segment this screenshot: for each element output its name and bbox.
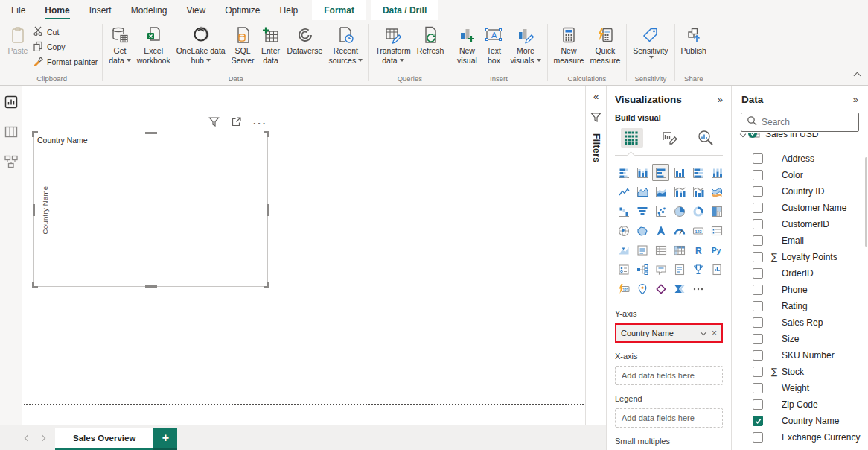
field-row[interactable]: Size: [732, 331, 868, 347]
page-tab-sales-overview[interactable]: Sales Overview: [55, 428, 153, 450]
smart-narrative-icon[interactable]: [671, 261, 688, 278]
search-box[interactable]: [741, 112, 859, 132]
paginated-report-icon[interactable]: [708, 261, 725, 278]
report-view-icon[interactable]: [4, 95, 19, 112]
field-row[interactable]: Rating: [732, 298, 868, 314]
field-checkbox[interactable]: [753, 285, 763, 295]
resize-handle[interactable]: [267, 204, 269, 216]
field-row[interactable]: Phone: [732, 282, 868, 298]
scatter-chart-icon[interactable]: [652, 203, 669, 220]
ribbon-chart-icon[interactable]: [708, 183, 725, 200]
report-canvas[interactable]: ··· Country Name Country Name: [22, 86, 585, 425]
card-icon[interactable]: 123: [689, 222, 706, 239]
menu-item-view[interactable]: View: [176, 0, 215, 20]
visual-filter-icon[interactable]: [208, 116, 220, 130]
x-axis-drop-zone[interactable]: Add data fields here: [615, 366, 723, 385]
qa-icon[interactable]: [652, 261, 669, 278]
field-checkbox[interactable]: [753, 219, 763, 229]
y-axis-field-chip[interactable]: Country Name ×: [616, 325, 721, 341]
field-checkbox[interactable]: [753, 432, 763, 443]
text-box-button[interactable]: A Text box: [480, 22, 507, 65]
100-stacked-column-chart-icon[interactable]: [708, 164, 725, 181]
field-checkbox[interactable]: [753, 153, 763, 164]
collapse-data-pane-icon[interactable]: »: [853, 94, 858, 105]
gauge-icon[interactable]: [671, 222, 688, 239]
funnel-chart-icon[interactable]: [634, 203, 651, 220]
collapse-ribbon-button[interactable]: [855, 73, 861, 79]
field-row[interactable]: CustomerID: [732, 216, 868, 232]
resize-handle[interactable]: [264, 282, 269, 288]
menu-item-help[interactable]: Help: [270, 0, 308, 20]
sensitivity-button[interactable]: Sensitivity: [630, 22, 671, 59]
line-and-clustered-column-chart-icon[interactable]: [689, 183, 706, 200]
field-row[interactable]: Country ID: [732, 183, 868, 200]
line-and-stacked-column-chart-icon[interactable]: [671, 183, 688, 200]
copy-button[interactable]: Copy: [33, 41, 98, 53]
azure-map-icon[interactable]: [652, 222, 669, 239]
map-icon[interactable]: [615, 222, 632, 239]
field-checkbox[interactable]: [753, 268, 763, 279]
area-chart-icon[interactable]: [634, 183, 651, 200]
field-checkbox[interactable]: [753, 203, 763, 213]
clustered-column-chart-icon[interactable]: [671, 164, 688, 181]
field-checkbox[interactable]: [753, 383, 763, 393]
excel-workbook-button[interactable]: Excel workbook: [134, 22, 173, 65]
publish-button[interactable]: Publish: [678, 22, 709, 56]
selected-visual[interactable]: ··· Country Name Country Name: [33, 133, 268, 287]
table-icon[interactable]: [652, 241, 669, 259]
field-row[interactable]: ∑Loyalty Points: [732, 249, 868, 265]
new-slicer-icon[interactable]: [615, 261, 632, 278]
refresh-button[interactable]: Refresh: [414, 22, 447, 56]
legend-drop-zone[interactable]: Add data fields here: [615, 408, 723, 428]
format-painter-button[interactable]: Format painter: [33, 56, 98, 68]
onelake-data-hub-button[interactable]: OneLake data hub: [173, 22, 229, 65]
metrics-icon[interactable]: [689, 261, 706, 278]
waterfall-chart-icon[interactable]: [615, 203, 632, 220]
python-script-icon[interactable]: Py: [708, 241, 725, 259]
resize-handle[interactable]: [32, 282, 38, 288]
expand-filters-icon[interactable]: «: [593, 92, 599, 101]
cut-button[interactable]: Cut: [33, 26, 98, 38]
more-options-icon[interactable]: ···: [253, 120, 267, 127]
new-measure-button[interactable]: New measure: [551, 22, 587, 65]
stacked-column-chart-icon[interactable]: [634, 164, 651, 181]
get-data-button[interactable]: Get data: [106, 22, 133, 65]
field-checkbox[interactable]: [753, 367, 763, 377]
model-view-icon[interactable]: [4, 154, 19, 172]
filter-funnel-icon[interactable]: [590, 101, 601, 126]
field-row[interactable]: Customer Name: [732, 200, 868, 216]
field-row[interactable]: Country Name: [732, 413, 868, 429]
line-chart-icon[interactable]: [615, 183, 632, 200]
paste-button[interactable]: Paste: [4, 22, 31, 56]
filled-map-icon[interactable]: [634, 222, 651, 239]
multi-row-card-icon[interactable]: [708, 222, 725, 239]
more-visuals-ellipsis-icon[interactable]: [689, 280, 706, 297]
field-checkbox[interactable]: [753, 301, 763, 311]
stacked-area-chart-icon[interactable]: [652, 183, 669, 200]
slicer-icon[interactable]: [634, 241, 651, 259]
field-checkbox[interactable]: [753, 416, 763, 426]
field-checkbox[interactable]: [753, 334, 763, 344]
remove-field-icon[interactable]: ×: [712, 329, 717, 337]
pie-chart-icon[interactable]: [671, 203, 688, 220]
field-row[interactable]: ∑Stock: [732, 364, 868, 380]
field-row[interactable]: Address: [732, 150, 868, 167]
quick-measure-button[interactable]: Quick measure: [587, 22, 623, 65]
menu-item-insert[interactable]: Insert: [80, 0, 121, 20]
dataverse-button[interactable]: Dataverse: [284, 22, 326, 56]
new-visual-button[interactable]: New visual: [453, 22, 480, 65]
100-stacked-bar-chart-icon[interactable]: [689, 164, 706, 181]
field-row[interactable]: Color: [732, 167, 868, 183]
donut-chart-icon[interactable]: [689, 203, 706, 220]
clustered-bar-chart-icon[interactable]: [652, 164, 669, 181]
more-visuals-button[interactable]: More visuals: [507, 22, 543, 65]
resize-handle[interactable]: [33, 204, 35, 216]
menu-item-home[interactable]: Home: [35, 0, 79, 20]
table-view-icon[interactable]: [4, 124, 19, 142]
chevron-down-icon[interactable]: [701, 329, 706, 335]
field-checkbox[interactable]: [753, 186, 763, 197]
resize-handle[interactable]: [145, 285, 157, 288]
field-checkbox[interactable]: [753, 170, 763, 180]
field-checkbox[interactable]: [753, 235, 763, 246]
collapse-table-icon[interactable]: [740, 133, 746, 137]
